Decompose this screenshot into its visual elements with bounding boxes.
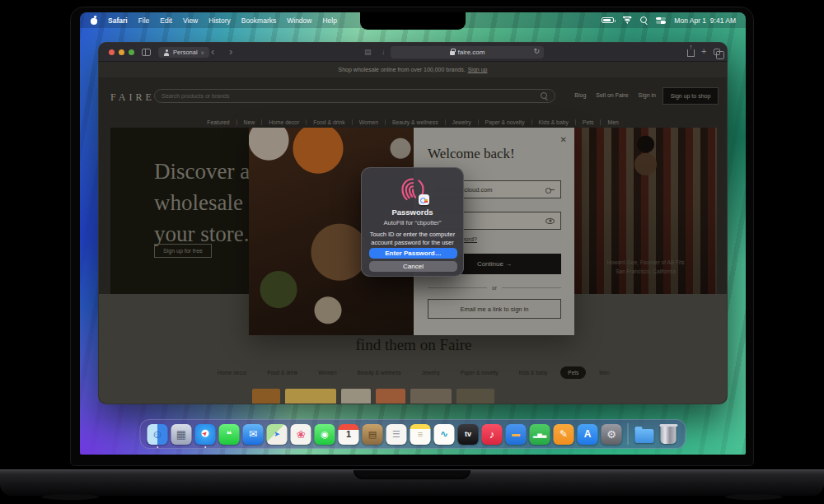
minimize-window-button[interactable] xyxy=(119,49,124,55)
zoom-window-button[interactable] xyxy=(129,49,134,55)
category-pill[interactable]: Paper & novelty xyxy=(453,366,506,379)
category-pill[interactable]: Beauty & wellness xyxy=(350,366,409,379)
category-nav-item[interactable]: Kids & baby xyxy=(531,119,575,125)
category-nav-item[interactable]: New xyxy=(236,119,262,125)
category-pill[interactable]: Women xyxy=(311,366,344,379)
dock-app-mail-icon[interactable]: ✉ xyxy=(242,421,265,447)
email-link-signin-button[interactable]: Email me a link to sign in xyxy=(428,299,561,319)
product-thumbnails xyxy=(252,389,494,404)
menu-item-window[interactable]: Window xyxy=(287,16,311,25)
dock-app-tv-icon[interactable]: tv xyxy=(457,421,480,447)
dock-app-reminders-icon[interactable]: ☰ xyxy=(386,421,408,447)
address-bar[interactable]: faire.com ↻ xyxy=(391,46,544,58)
wifi-icon[interactable] xyxy=(622,16,632,24)
dock-app-photos-icon[interactable]: ❀ xyxy=(290,421,312,447)
lid-lift-notch xyxy=(353,470,471,479)
cancel-button[interactable]: Cancel xyxy=(369,261,457,272)
menu-item-bookmarks[interactable]: Bookmarks xyxy=(241,16,277,25)
link-sell-on-faire[interactable]: Sell on Faire xyxy=(596,92,628,98)
product-thumb[interactable] xyxy=(376,389,405,404)
close-window-button[interactable] xyxy=(109,49,115,55)
category-pill[interactable]: Home decor xyxy=(210,366,254,379)
category-nav-item[interactable]: Women xyxy=(352,119,385,125)
category-nav-item[interactable]: Paper & novelty xyxy=(478,119,531,125)
link-sign-in[interactable]: Sign in xyxy=(639,92,656,98)
category-nav-item[interactable]: Beauty & wellness xyxy=(385,119,445,125)
hero-signup-free-button[interactable]: Sign up for free xyxy=(154,244,212,258)
close-icon[interactable]: ✕ xyxy=(560,135,567,144)
menu-item-history[interactable]: History xyxy=(208,16,230,25)
category-pill[interactable]: Kids & baby xyxy=(512,366,555,379)
site-search-input[interactable] xyxy=(162,93,541,99)
dock-app-pages-icon[interactable]: ✎ xyxy=(553,421,575,447)
back-button[interactable]: ‹ xyxy=(211,45,214,58)
new-tab-icon[interactable]: + xyxy=(701,46,706,56)
category-nav-item[interactable]: Pets xyxy=(575,119,601,125)
category-nav-item[interactable]: Featured xyxy=(200,119,236,125)
enter-password-button[interactable]: Enter Password… xyxy=(369,248,457,259)
product-thumb[interactable] xyxy=(341,389,371,404)
page-preview-icon[interactable]: ▤ xyxy=(364,48,372,56)
desktop-wallpaper: Safari File Edit View History Bookmarks … xyxy=(80,12,746,455)
category-nav-item[interactable]: Food & drink xyxy=(306,119,352,125)
profile-button[interactable]: Personal ∨ xyxy=(158,47,209,58)
site-search[interactable] xyxy=(154,89,555,103)
dock-app-facetime-icon[interactable]: ◉ xyxy=(314,421,336,447)
product-thumb[interactable] xyxy=(252,389,280,404)
dock-app-calendar-icon[interactable]: 1 xyxy=(338,421,360,447)
dialog-title: Passwords xyxy=(362,208,463,217)
share-icon[interactable] xyxy=(687,49,695,57)
category-pill[interactable]: Food & drink xyxy=(260,366,305,379)
product-thumb[interactable] xyxy=(410,389,452,404)
menu-item-safari[interactable]: Safari xyxy=(108,16,128,25)
promo-banner-signup-link[interactable]: Sign up xyxy=(468,67,488,72)
category-pill[interactable]: Men xyxy=(592,366,617,379)
battery-icon[interactable] xyxy=(602,17,614,23)
spotlight-search-icon[interactable] xyxy=(640,16,648,24)
show-password-eye-icon[interactable] xyxy=(545,218,555,224)
dock-app-messages-icon[interactable]: ❝ xyxy=(218,421,241,447)
control-center-icon[interactable] xyxy=(656,17,666,24)
laptop-screen: Safari File Edit View History Bookmarks … xyxy=(70,7,754,466)
dock-app-keynote-icon[interactable]: ▬ xyxy=(505,421,527,447)
category-nav-item[interactable]: Men xyxy=(600,119,625,125)
reload-icon[interactable]: ↻ xyxy=(533,47,540,55)
dock-app-contacts-icon[interactable]: ▤ xyxy=(362,421,384,447)
safari-toolbar: Personal ∨ ‹ › ▤ ↓ faire.com ↻ + xyxy=(99,43,727,62)
dock-app-trash-icon[interactable] xyxy=(658,421,680,447)
dock-app-settings-icon[interactable]: ⚙ xyxy=(601,421,623,447)
dock-app-safari-icon[interactable]: ➤ xyxy=(194,421,217,447)
tab-overview-icon[interactable] xyxy=(714,49,720,55)
menu-item-view[interactable]: View xyxy=(183,16,198,25)
signup-to-shop-button[interactable]: Sign up to shop xyxy=(662,87,719,105)
dock-divider xyxy=(628,423,629,445)
autofill-key-icon[interactable] xyxy=(545,187,555,192)
dock-app-launchpad-icon[interactable]: ▦ xyxy=(171,421,193,447)
downloads-icon[interactable]: ↓ xyxy=(382,48,386,56)
menu-item-help[interactable]: Help xyxy=(322,16,336,25)
faire-logo[interactable]: FAIRE xyxy=(110,91,155,104)
menu-item-edit[interactable]: Edit xyxy=(160,16,172,25)
dock-app-music-icon[interactable]: ♪ xyxy=(481,421,503,447)
menu-bar-clock[interactable]: Mon Apr 1 9:41 AM xyxy=(674,16,736,25)
dock-app-maps-icon[interactable]: ➤ xyxy=(266,421,288,447)
dock-app-finder-icon[interactable]: ☺ xyxy=(147,421,169,447)
dock-app-numbers-icon[interactable]: ▂▅▃ xyxy=(529,421,551,447)
forward-button[interactable]: › xyxy=(229,45,232,58)
link-blog[interactable]: Blog xyxy=(574,92,586,98)
category-nav-item[interactable]: Jewelry xyxy=(445,119,478,125)
category-nav-item[interactable]: Home decor xyxy=(261,119,306,125)
dock-app-freeform-icon[interactable]: ∿ xyxy=(433,421,456,447)
apple-menu-icon[interactable] xyxy=(91,16,97,25)
dock-app-notes-icon[interactable]: ≡ xyxy=(410,421,432,447)
product-thumb[interactable] xyxy=(456,389,494,404)
menu-item-file[interactable]: File xyxy=(138,16,150,25)
sidebar-toggle-icon[interactable] xyxy=(142,49,151,56)
lock-icon xyxy=(450,51,455,55)
macbook-frame: Safari File Edit View History Bookmarks … xyxy=(0,0,824,504)
category-pill[interactable]: Pets xyxy=(560,366,586,379)
product-thumb[interactable] xyxy=(285,389,336,404)
dock-app-downloads-icon[interactable] xyxy=(634,421,656,447)
category-pill[interactable]: Jewelry xyxy=(414,366,447,379)
dock-app-appstore-icon[interactable]: A xyxy=(577,421,599,447)
